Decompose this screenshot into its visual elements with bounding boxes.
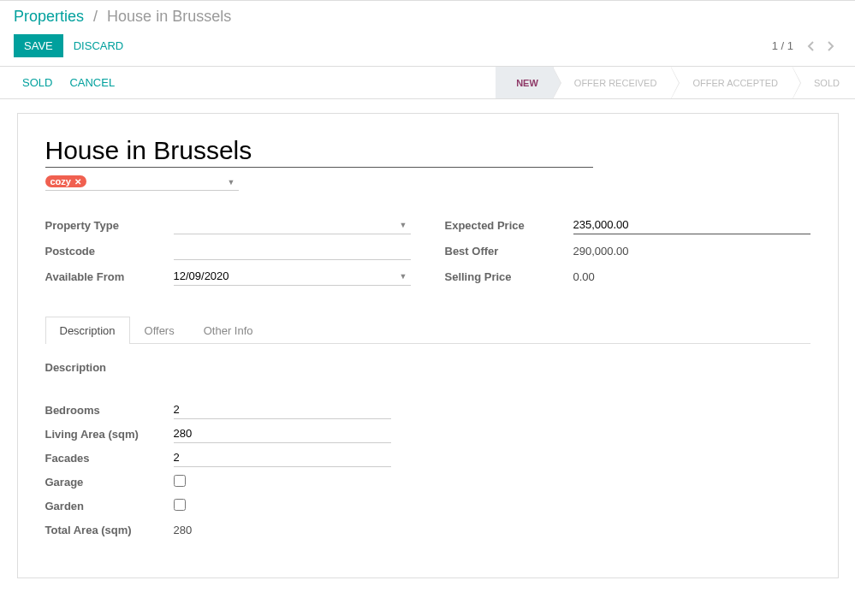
- expected-price-label: Expected Price: [445, 219, 573, 232]
- form-sheet: cozy ✕ ▼ Property Type ▼ Postcode: [17, 113, 839, 578]
- chevron-left-icon: [807, 41, 814, 51]
- living-area-label: Living Area (sqm): [45, 428, 174, 441]
- discard-button[interactable]: DISCARD: [63, 34, 134, 57]
- available-from-input[interactable]: [174, 267, 411, 286]
- breadcrumb: Properties / House in Brussels: [0, 1, 855, 29]
- garage-checkbox[interactable]: [174, 475, 186, 487]
- status-step-new[interactable]: NEW: [496, 67, 554, 98]
- best-offer-value: 290,000.00: [573, 242, 810, 260]
- control-bar: SAVE DISCARD 1 / 1: [0, 29, 855, 67]
- breadcrumb-sep: /: [93, 8, 98, 25]
- dropdown-caret-icon: ▼: [228, 178, 235, 187]
- breadcrumb-root[interactable]: Properties: [14, 8, 84, 25]
- status-step-sold[interactable]: SOLD: [793, 67, 855, 98]
- record-name-input[interactable]: [45, 134, 593, 168]
- tag-remove-icon[interactable]: ✕: [74, 177, 81, 187]
- total-area-value: 280: [174, 524, 391, 536]
- postcode-label: Postcode: [45, 245, 174, 258]
- available-from-label: Available From: [45, 270, 174, 283]
- status-steps: NEW OFFER RECEIVED OFFER ACCEPTED SOLD: [496, 67, 855, 98]
- save-button[interactable]: SAVE: [14, 34, 63, 57]
- tags-field[interactable]: cozy ✕ ▼: [45, 175, 239, 191]
- living-area-input[interactable]: [174, 424, 391, 443]
- cancel-action-button[interactable]: CANCEL: [61, 71, 123, 94]
- garage-label: Garage: [45, 476, 174, 489]
- best-offer-label: Best Offer: [445, 245, 573, 258]
- status-step-offer-accepted[interactable]: OFFER ACCEPTED: [672, 67, 793, 98]
- bedrooms-input[interactable]: [174, 400, 391, 419]
- property-type-label: Property Type: [45, 219, 174, 232]
- postcode-input[interactable]: [174, 241, 411, 260]
- total-area-label: Total Area (sqm): [45, 524, 174, 536]
- tab-offers[interactable]: Offers: [130, 317, 189, 344]
- selling-price-label: Selling Price: [445, 270, 573, 283]
- pager-text: 1 / 1: [772, 39, 793, 52]
- pager-next-button[interactable]: [821, 36, 841, 56]
- description-heading: Description: [45, 361, 810, 374]
- selling-price-value: 0.00: [573, 268, 810, 286]
- garden-checkbox[interactable]: [174, 499, 186, 511]
- tab-other-info[interactable]: Other Info: [189, 317, 268, 344]
- tab-content-description: Description Bedrooms Living Area (sqm) F…: [45, 344, 810, 540]
- pager: 1 / 1: [772, 36, 841, 56]
- pager-prev-button[interactable]: [800, 36, 821, 56]
- breadcrumb-current: House in Brussels: [107, 8, 231, 25]
- bedrooms-label: Bedrooms: [45, 404, 174, 417]
- tabs: Description Offers Other Info: [45, 316, 810, 344]
- garden-label: Garden: [45, 500, 174, 512]
- facades-label: Facades: [45, 452, 174, 465]
- status-bar: SOLD CANCEL NEW OFFER RECEIVED OFFER ACC…: [0, 67, 855, 99]
- property-type-input[interactable]: [174, 216, 411, 234]
- tab-description[interactable]: Description: [45, 317, 130, 344]
- tag-cozy: cozy ✕: [45, 175, 86, 187]
- status-step-offer-received[interactable]: OFFER RECEIVED: [554, 67, 673, 98]
- chevron-right-icon: [828, 41, 834, 51]
- expected-price-input[interactable]: [573, 216, 810, 234]
- facades-input[interactable]: [174, 448, 391, 467]
- sold-action-button[interactable]: SOLD: [14, 71, 61, 94]
